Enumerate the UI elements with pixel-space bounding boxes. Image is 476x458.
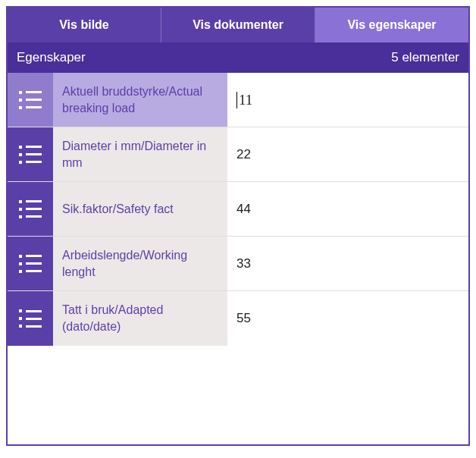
property-row[interactable]: Diameter i mm/Diameter in mm22	[8, 127, 468, 182]
list-icon	[8, 182, 53, 236]
properties-list: Aktuell bruddstyrke/Actual breaking load…	[8, 73, 468, 346]
tab-bar: Vis bilde Vis dokumenter Vis egenskaper	[8, 8, 468, 42]
blank-area	[8, 346, 468, 444]
property-value[interactable]: 11	[227, 73, 468, 127]
element-count: 5 elementer	[391, 50, 459, 65]
section-header: Egenskaper 5 elementer	[8, 42, 468, 73]
list-icon	[8, 237, 53, 290]
property-row[interactable]: Sik.faktor/Safety fact44	[8, 182, 468, 237]
property-label: Sik.faktor/Safety fact	[53, 182, 227, 236]
property-value[interactable]: 44	[227, 182, 468, 236]
property-value[interactable]: 55	[227, 291, 468, 346]
tab-image[interactable]: Vis bilde	[8, 8, 161, 42]
property-row[interactable]: Aktuell bruddstyrke/Actual breaking load…	[8, 73, 468, 127]
properties-panel: Vis bilde Vis dokumenter Vis egenskaper …	[6, 6, 470, 446]
text-cursor	[236, 92, 237, 108]
property-label: Diameter i mm/Diameter in mm	[53, 127, 227, 181]
tab-documents[interactable]: Vis dokumenter	[161, 8, 315, 42]
tab-properties[interactable]: Vis egenskaper	[315, 8, 468, 42]
section-title: Egenskaper	[17, 50, 86, 65]
property-label: Tatt i bruk/Adapted (dato/date)	[53, 291, 227, 346]
list-icon	[8, 73, 53, 127]
property-value[interactable]: 33	[227, 237, 468, 290]
property-label: Aktuell bruddstyrke/Actual breaking load	[53, 73, 227, 127]
property-row[interactable]: Tatt i bruk/Adapted (dato/date)55	[8, 291, 468, 346]
list-icon	[8, 291, 53, 346]
property-label: Arbeidslengde/Working lenght	[53, 237, 227, 290]
list-icon	[8, 127, 53, 181]
property-value-text: 11	[239, 92, 252, 108]
property-value[interactable]: 22	[227, 127, 468, 181]
property-row[interactable]: Arbeidslengde/Working lenght33	[8, 237, 468, 291]
